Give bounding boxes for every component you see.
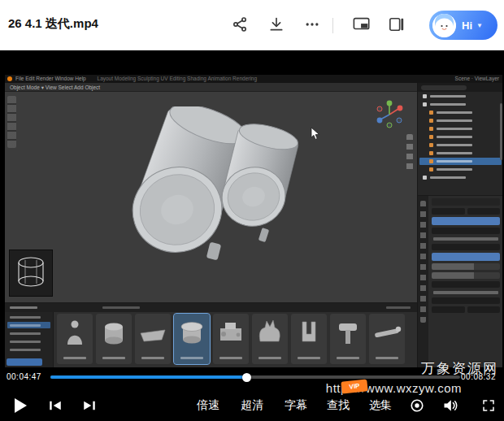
properties-field-pair	[432, 208, 500, 215]
view-gizmo[interactable]	[373, 98, 406, 134]
asset-card-capped-cylinder-selected[interactable]	[174, 314, 210, 364]
record-button[interactable]	[406, 395, 428, 416]
outliner-row-object[interactable]	[419, 141, 502, 149]
outliner-row-object-selected[interactable]	[419, 158, 502, 165]
outliner	[418, 92, 502, 195]
asset-card-clamp[interactable]	[291, 314, 327, 364]
outliner-row-object[interactable]	[419, 125, 502, 132]
play-button[interactable]	[10, 395, 31, 416]
asset-browser	[5, 302, 417, 367]
pip-button[interactable]	[351, 15, 372, 37]
properties-field[interactable]	[432, 208, 465, 215]
blender-menu-items: File Edit Render Window Help	[15, 76, 86, 81]
outliner-header	[418, 83, 502, 92]
playlist-button[interactable]: 选集	[369, 398, 392, 413]
previous-button[interactable]	[45, 395, 66, 416]
outliner-row-collection[interactable]	[419, 101, 502, 108]
volume-icon	[442, 398, 458, 413]
more-button[interactable]	[302, 15, 323, 37]
properties-editor	[418, 195, 502, 367]
record-icon	[410, 398, 424, 413]
asset-card-machine[interactable]	[213, 314, 249, 364]
outliner-row-object[interactable]	[419, 174, 502, 181]
catalog-item[interactable]	[7, 346, 50, 353]
catalog-item-selected[interactable]	[7, 322, 50, 328]
search-button[interactable]: 查找	[327, 398, 350, 413]
share-icon	[232, 16, 248, 36]
asset-card-creature[interactable]	[252, 314, 288, 364]
properties-field[interactable]	[432, 244, 500, 250]
quality-button[interactable]: 超清	[241, 398, 263, 413]
progress-bar[interactable]	[50, 375, 460, 379]
asset-catalog-tree	[5, 312, 54, 367]
properties-field-pair	[432, 306, 500, 313]
properties-secondary-button[interactable]	[432, 253, 500, 261]
asset-card-rod[interactable]	[369, 314, 405, 364]
properties-field[interactable]	[432, 228, 500, 234]
share-button[interactable]	[229, 15, 250, 37]
video-title: 26 4.1 迭代.mp4	[8, 16, 98, 32]
download-button[interactable]	[266, 15, 287, 37]
progress-knob[interactable]	[242, 373, 251, 382]
properties-tab-icons	[420, 201, 426, 323]
viewport-header: Object Mode ▾ View Select Add Object	[5, 83, 417, 92]
asset-header-filter	[386, 306, 411, 309]
greeting-label: Hi	[462, 20, 472, 32]
outliner-search-input[interactable]	[421, 85, 467, 90]
fullscreen-button[interactable]	[478, 395, 499, 416]
asset-card-hull[interactable]	[135, 314, 171, 364]
asset-thumbnails	[57, 314, 405, 364]
properties-value-slider[interactable]	[432, 263, 500, 270]
outliner-scrollbar[interactable]	[500, 103, 502, 160]
outliner-row-object[interactable]	[419, 109, 502, 116]
asset-browser-header	[5, 303, 417, 312]
blender-scene-selector: Scene · ViewLayer	[452, 75, 499, 83]
properties-breadcrumb	[432, 198, 500, 206]
outliner-row-object[interactable]	[419, 150, 502, 157]
asset-card-figure[interactable]	[57, 314, 93, 364]
viewport-nav-icons[interactable]	[406, 134, 413, 171]
properties-content	[428, 196, 502, 367]
catalog-item[interactable]	[7, 338, 50, 345]
model-binoculars	[117, 106, 304, 284]
asset-card-mallet[interactable]	[330, 314, 366, 364]
properties-field[interactable]	[432, 281, 500, 288]
blender-window: File Edit Render Window Help Layout Mode…	[5, 75, 502, 367]
catalog-item[interactable]	[7, 330, 50, 336]
outliner-row-object[interactable]	[419, 133, 502, 141]
viewport-toolbar[interactable]	[7, 96, 16, 148]
subtitle-button[interactable]: 字幕	[285, 398, 307, 413]
properties-tab-strip[interactable]	[418, 196, 428, 367]
avatar	[432, 14, 456, 37]
video-player-app: 26 4.1 迭代.mp4	[0, 0, 504, 421]
skip-previous-icon	[48, 399, 63, 412]
properties-field[interactable]	[432, 306, 465, 313]
properties-field[interactable]	[467, 306, 501, 313]
catalog-current-file-button[interactable]	[7, 358, 42, 366]
properties-value-slider[interactable]	[432, 272, 500, 279]
blender-workspace-tabs: Layout Modeling Sculpting UV Editing Sha…	[98, 76, 258, 81]
account-pill[interactable]: Hi ▼	[429, 11, 497, 40]
outliner-row-object[interactable]	[419, 117, 502, 124]
catalog-item[interactable]	[7, 314, 50, 320]
viewport-3d[interactable]	[5, 92, 417, 302]
asset-card-cylinder[interactable]	[96, 314, 132, 364]
asset-header-path	[102, 306, 140, 309]
properties-field[interactable]	[467, 208, 501, 215]
mini-window-button[interactable]	[386, 15, 407, 37]
header-divider	[332, 18, 333, 33]
next-button[interactable]	[79, 395, 100, 416]
progress-fill	[50, 375, 247, 379]
watermark-site-name: 万象资源网	[421, 359, 498, 378]
outliner-row-object[interactable]	[419, 166, 502, 173]
current-time: 00:04:47	[7, 372, 41, 381]
properties-field[interactable]	[432, 297, 500, 304]
mouse-cursor	[311, 128, 320, 144]
video-frame[interactable]: File Edit Render Window Help Layout Mode…	[0, 50, 504, 421]
speed-button[interactable]: 倍速	[197, 398, 219, 413]
outliner-row-scene-collection[interactable]	[419, 93, 502, 100]
volume-button[interactable]	[440, 395, 461, 416]
download-icon	[268, 16, 285, 36]
properties-primary-button[interactable]	[432, 217, 500, 225]
app-header: 26 4.1 迭代.mp4	[0, 0, 504, 50]
